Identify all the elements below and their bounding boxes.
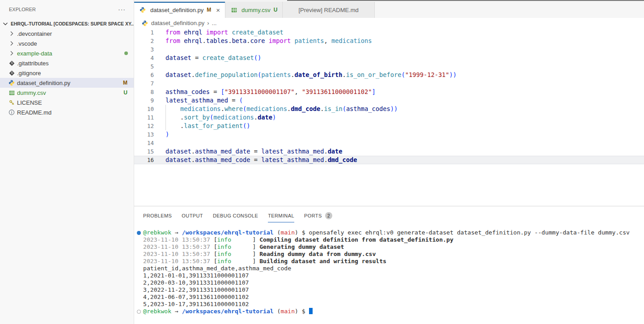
panel-tab-debug-console[interactable]: DEBUG CONSOLE (213, 206, 258, 225)
terminal-token: @rebkwok (143, 229, 171, 236)
more-actions-icon[interactable]: ··· (118, 6, 126, 13)
code-line[interactable]: 10 medications.where(medications.dmd_cod… (134, 105, 644, 113)
terminal-line: 2023-11-10 13:50:37 [info ] Reading dumm… (136, 251, 644, 258)
line-number: 6 (134, 71, 154, 79)
code-line[interactable]: 9latest_asthma_med = ( (134, 96, 644, 105)
code-line[interactable]: 5 (134, 62, 644, 71)
code-line[interactable]: 2from ehrql.tables.beta.core import pati… (134, 37, 644, 45)
code-token (291, 37, 294, 44)
panel-tab-label: PORTS (304, 213, 322, 218)
code-line[interactable]: 6dataset.define_population(patients.date… (134, 71, 644, 79)
terminal-token: Compiling dataset definition from datase… (259, 236, 453, 243)
terminal-token: ) $ (295, 308, 309, 315)
workspace-root-folder[interactable]: EHRQL-TUTORIAL [CODESPACES: SUPER SPACE … (0, 19, 134, 29)
tree-item-dummy-csv[interactable]: dummy.csvU (0, 88, 134, 98)
code-token: medications (180, 105, 221, 112)
git-status-badge: U (274, 7, 278, 13)
code-token: ehrql (184, 29, 202, 36)
terminal-token: info (217, 243, 232, 250)
code-token: asthma_codes (346, 105, 390, 112)
file-name: LICENSE (17, 99, 42, 106)
tree-item-vscode[interactable]: .vscode (0, 38, 134, 48)
tree-item-dataset-definition-py[interactable]: dataset_definition.pyM (0, 78, 134, 88)
tab-label: [Preview] README.md (298, 7, 358, 13)
code-token: medications (331, 37, 372, 44)
terminal-token: main (281, 229, 295, 236)
terminal-line: 4,2021-06-07,39113611000001102 (136, 294, 644, 301)
command-decoration-icon (137, 231, 141, 235)
code-token: latest_asthma_med (261, 148, 324, 155)
code-line[interactable]: 15dataset.asthma_med_date = latest_asthm… (134, 147, 644, 156)
terminal-token: 2023-11-10 13:50:37 (143, 243, 210, 250)
tree-item-license[interactable]: LICENSE (0, 98, 134, 107)
tree-item-gitattributes[interactable]: .gitattributes (0, 58, 134, 68)
code-editor[interactable]: 1from ehrql import create_dataset2from e… (134, 28, 644, 206)
close-icon[interactable]: × (216, 7, 220, 13)
git-status-badge: M (207, 7, 211, 13)
code-line[interactable]: 3 (134, 45, 644, 54)
terminal-token: info (217, 251, 232, 257)
code-token (180, 37, 184, 44)
tree-item-readme-md[interactable]: README.md (0, 107, 134, 117)
tree-item-example-data[interactable]: example-data (0, 48, 134, 58)
code-token: import (206, 29, 228, 36)
breadcrumb-file[interactable]: dataset_definition.py (151, 20, 204, 26)
code-token: . (191, 148, 195, 155)
chevron-right-icon (8, 30, 15, 37)
line-number: 2 (134, 37, 154, 45)
code-line[interactable]: 8asthma_codes = ["39113311000001107", "3… (134, 88, 644, 96)
terminal-token: ( (274, 308, 281, 315)
tree-item-devcontainer[interactable]: .devcontainer (0, 29, 134, 38)
code-token: beta (232, 37, 246, 44)
terminal-token: ( (274, 229, 281, 236)
code-text: medications.where(medications.dmd_code.i… (154, 105, 398, 113)
code-token: is_on_or_before (346, 71, 402, 78)
terminal-line: 2,2020-03-10,39113311000001107 (136, 279, 644, 286)
panel-tab-terminal[interactable]: TERMINAL (268, 206, 294, 225)
code-text (154, 139, 165, 147)
code-line[interactable]: 7 (134, 79, 644, 88)
code-token: "39113611000001102" (302, 88, 372, 95)
tab-dataset-definition-py[interactable]: dataset_definition.pyM× (134, 2, 225, 18)
code-line[interactable]: 1from ehrql import create_dataset (134, 28, 644, 37)
command-decoration-icon (137, 310, 141, 314)
code-token: ) (449, 71, 453, 78)
code-text: dataset = create_dataset() (154, 54, 261, 62)
code-line[interactable]: 14 (134, 139, 644, 147)
chevron-right-icon (8, 40, 15, 47)
panel-tab-ports[interactable]: PORTS2 (304, 206, 332, 225)
editor-tabbar: dataset_definition.pyM×dummy.csvU[Previe… (134, 2, 644, 18)
code-token: ( (210, 114, 213, 121)
panel-tab-problems[interactable]: PROBLEMS (143, 206, 172, 225)
code-line[interactable]: 13) (134, 130, 644, 139)
terminal-line: 2023-11-10 13:50:37 [info ] Compiling da… (136, 236, 644, 243)
bottom-panel: PROBLEMSOUTPUTDEBUG CONSOLETERMINALPORTS… (134, 206, 644, 324)
terminal-line: 1,2021-01-01,39113311000001107 (136, 272, 644, 279)
code-line[interactable]: 11 .sort_by(medications.date) (134, 113, 644, 122)
line-number: 3 (134, 45, 154, 54)
code-token: ) (394, 105, 398, 112)
code-line[interactable]: 12 .last_for_patient() (134, 122, 644, 130)
terminal[interactable]: @rebkwok → /workspaces/ehrql-tutorial (m… (134, 225, 644, 315)
code-line[interactable]: 4dataset = create_dataset() (134, 54, 644, 62)
code-token (180, 29, 184, 36)
code-text (154, 62, 165, 71)
code-token: ) (390, 105, 394, 112)
code-token: from (165, 29, 180, 36)
tab-label: dummy.csv (242, 7, 271, 13)
code-token: patients (295, 37, 324, 44)
code-token: ) (453, 71, 457, 78)
changes-dot-badge (124, 51, 128, 55)
tab-preview-readme-md[interactable]: [Preview] README.md (283, 2, 374, 18)
code-text: .last_for_patient() (154, 122, 250, 130)
line-number: 8 (134, 88, 154, 96)
table-icon (8, 89, 15, 96)
panel-tab-output[interactable]: OUTPUT (182, 206, 203, 225)
code-line[interactable]: 16dataset.asthma_med_code = latest_asthm… (134, 156, 644, 164)
line-number: 13 (134, 130, 154, 139)
code-token: ) (165, 131, 169, 138)
tab-dummy-csv[interactable]: dummy.csvU (225, 2, 283, 18)
tree-item-gitignore[interactable]: .gitignore (0, 68, 134, 78)
breadcrumb-more[interactable]: ... (212, 20, 217, 26)
editor-area: dataset_definition.pyM×dummy.csvU[Previe… (134, 0, 644, 324)
